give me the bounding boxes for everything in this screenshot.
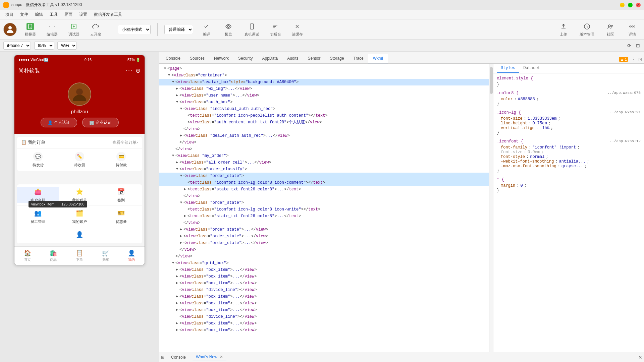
style-rule-font-size-lg: font-size: 1.33333333em; bbox=[501, 116, 641, 121]
menu-interface[interactable]: 界面 bbox=[62, 11, 75, 18]
menu-project[interactable]: 项目 bbox=[3, 11, 16, 18]
devtools-content: ▼ <page> ▼ <view class="container" > ▼ <… bbox=[159, 64, 644, 352]
menu-file[interactable]: 文件 bbox=[17, 11, 31, 18]
scale-select[interactable]: 85% bbox=[34, 42, 54, 50]
nav-more[interactable]: ⊕ bbox=[136, 67, 141, 74]
styles-tab-styles[interactable]: Styles bbox=[497, 64, 519, 73]
view-all-button[interactable]: 查看全部订单 › bbox=[112, 140, 138, 145]
close-console-button[interactable]: ✕ bbox=[638, 355, 642, 360]
xml-line-box-item-2: ▶ <view class="box_item" >...</view> bbox=[159, 273, 489, 280]
toolbar: 模拟器 编辑器 调试器 云开发 小程序模式 普通编译 编译 预览 真机调试 切后… bbox=[0, 19, 644, 40]
cloud-button[interactable]: 云开发 bbox=[87, 20, 104, 38]
phone-status-bar: ●●●●● WeChat🔄 0:16 57% 🔋 bbox=[14, 55, 145, 64]
styles-tab-dataset[interactable]: Dataset bbox=[519, 64, 544, 73]
order-icon-comment[interactable]: 💬 待发货 bbox=[33, 152, 44, 168]
xml-scrollbar[interactable] bbox=[489, 64, 493, 352]
editor-button[interactable]: 编辑器 bbox=[44, 20, 60, 38]
order-icon-pay[interactable]: 💳 待付款 bbox=[116, 152, 127, 168]
detail-button[interactable]: 详情 bbox=[624, 20, 641, 38]
fullscreen-icon[interactable]: ⊡ bbox=[635, 42, 641, 49]
translate-button[interactable]: 编译 bbox=[198, 20, 215, 38]
preview-button[interactable]: 预览 bbox=[220, 20, 237, 38]
xml-line-auth-content: <view class="auth_content auth_txt font2… bbox=[159, 119, 489, 126]
upload-button[interactable]: 上传 bbox=[555, 20, 572, 38]
menu-tools[interactable]: 工具 bbox=[47, 11, 60, 18]
personal-auth-button[interactable]: 👤 个人认证 bbox=[41, 118, 77, 127]
nav-goods[interactable]: 🛍️ 商品 bbox=[41, 249, 67, 262]
nav-home[interactable]: 🏠 首页 bbox=[14, 249, 41, 262]
xml-line-close-my-order: </view> bbox=[159, 253, 489, 260]
menu-wechat-tools[interactable]: 微信开发者工具 bbox=[91, 11, 125, 18]
community-button[interactable]: 社区 bbox=[602, 20, 619, 38]
style-rule-webkit-smoothing: -webkit-font-smoothing: antialia...; bbox=[501, 159, 641, 164]
devicebar: iPhone 7 85% WiFi ⟳ ⊡ bbox=[0, 40, 644, 52]
tab-security[interactable]: Security bbox=[233, 54, 257, 63]
network-select[interactable]: WiFi bbox=[57, 42, 77, 50]
devtools-more-icon[interactable]: ⋮ bbox=[631, 57, 636, 62]
device-select[interactable]: iPhone 7 bbox=[3, 42, 31, 50]
mode-select[interactable]: 小程序模式 bbox=[118, 25, 151, 34]
xml-line-dealer-auth: ▶ <view class="dealer_auth auth_rec" >..… bbox=[159, 132, 489, 139]
grid-item-balance[interactable]: 👛 账户余额 bbox=[17, 187, 59, 203]
xml-line-container: ▼ <view class="container" > bbox=[159, 72, 489, 79]
clear-button[interactable]: 清缓存 bbox=[289, 20, 306, 38]
nav-my[interactable]: 👤 我的 bbox=[118, 249, 145, 262]
simulator-button[interactable]: 模拟器 bbox=[22, 20, 39, 38]
grid-item-staff[interactable]: 👥 员工管理 bbox=[17, 208, 59, 224]
tab-network[interactable]: Network bbox=[209, 54, 233, 63]
tab-appdata[interactable]: AppData bbox=[257, 54, 282, 63]
cutback-button[interactable]: 切后台 bbox=[267, 20, 284, 38]
svg-point-8 bbox=[611, 25, 612, 26]
grid-item-points[interactable]: ⭐ 我的积分 bbox=[59, 187, 100, 203]
tab-console[interactable]: Console bbox=[161, 54, 185, 63]
debugger-button[interactable]: 调试器 bbox=[65, 20, 82, 38]
phone-time: 0:16 bbox=[85, 58, 92, 62]
console-expand-icon[interactable]: ⊞ bbox=[161, 355, 164, 360]
xml-line-grid-box: ▼ <view class="grid_box" > bbox=[159, 260, 489, 266]
menu-settings[interactable]: 设置 bbox=[76, 11, 90, 18]
menu-edit[interactable]: 编辑 bbox=[32, 11, 46, 18]
tab-storage[interactable]: Storage bbox=[325, 54, 349, 63]
styles-content: element.style { } .color8 { ../app.wxss:… bbox=[493, 73, 644, 199]
order-icon-write[interactable]: ✏️ 待收货 bbox=[74, 152, 85, 168]
xml-line-avatar-box[interactable]: ▼ <view class="avatar_box" style="backgr… bbox=[159, 79, 489, 85]
tab-trace[interactable]: Trace bbox=[349, 54, 368, 63]
grid-item-coupon[interactable]: 🎫 优惠券 bbox=[100, 208, 142, 224]
phone-bottom-nav: 🏠 首页 🛍️ 商品 📋 下单 🛒 购车 bbox=[14, 246, 145, 265]
svg-point-4 bbox=[227, 25, 229, 27]
window-title: sunpu - 微信开发者工具 v1.02.1811290 bbox=[11, 2, 82, 8]
tab-sources[interactable]: Sources bbox=[185, 54, 209, 63]
version-button[interactable]: 版本管理 bbox=[577, 20, 597, 38]
tab-sensor[interactable]: Sensor bbox=[303, 54, 325, 63]
grid-item-account[interactable]: 🗂️ 我的账户 bbox=[59, 208, 100, 224]
grid-item-extra1[interactable]: 👤 bbox=[17, 230, 142, 241]
enterprise-auth-button[interactable]: 🏢 企业认证 bbox=[82, 118, 119, 127]
nav-order[interactable]: 📋 下单 bbox=[66, 249, 93, 262]
console-tab-console[interactable]: Console bbox=[168, 354, 189, 361]
nav-icons: ··· ⊕ bbox=[126, 67, 141, 74]
phone-frame: ●●●●● WeChat🔄 0:16 57% 🔋 尚朴软装 ··· ⊕ bbox=[14, 55, 145, 265]
nav-cart[interactable]: 🛒 购车 bbox=[93, 249, 119, 262]
grid-item-checkin[interactable]: 📅 签到 bbox=[100, 187, 142, 203]
tab-audits[interactable]: Audits bbox=[282, 54, 303, 63]
rotate-icon[interactable]: ⟳ bbox=[627, 42, 632, 49]
real-device-button[interactable]: 真机调试 bbox=[242, 20, 262, 38]
order-title: 📋 我的订单 bbox=[21, 139, 45, 145]
close-button[interactable]: ✕ bbox=[636, 3, 641, 7]
style-selector-universal: * { bbox=[497, 177, 641, 182]
xml-line-box-item-8: ▶ <view class="box_item" >...</view> bbox=[159, 327, 489, 334]
nav-dots[interactable]: ··· bbox=[126, 67, 133, 74]
xml-line-order-state-1[interactable]: ▼ <view class="order_state" > bbox=[159, 173, 489, 179]
maximize-button[interactable]: □ bbox=[628, 3, 633, 7]
style-source-iconfont: ../app.wxss:12 bbox=[610, 139, 641, 145]
svg-point-12 bbox=[76, 88, 83, 95]
close-whatsnew-button[interactable]: ✕ bbox=[220, 355, 223, 359]
minimize-button[interactable]: — bbox=[620, 3, 625, 7]
scrollbar-thumb[interactable] bbox=[490, 67, 493, 94]
tab-wxml[interactable]: Wxml bbox=[368, 54, 388, 63]
console-tab-whatsnew[interactable]: What's New ✕ bbox=[193, 353, 226, 361]
devtools-panel: Console Sources Network Security AppData… bbox=[159, 52, 644, 362]
separator-2 bbox=[157, 23, 158, 36]
compile-select[interactable]: 普通编译 bbox=[164, 25, 193, 34]
devtools-undock-icon[interactable]: ⊡ bbox=[638, 57, 642, 62]
